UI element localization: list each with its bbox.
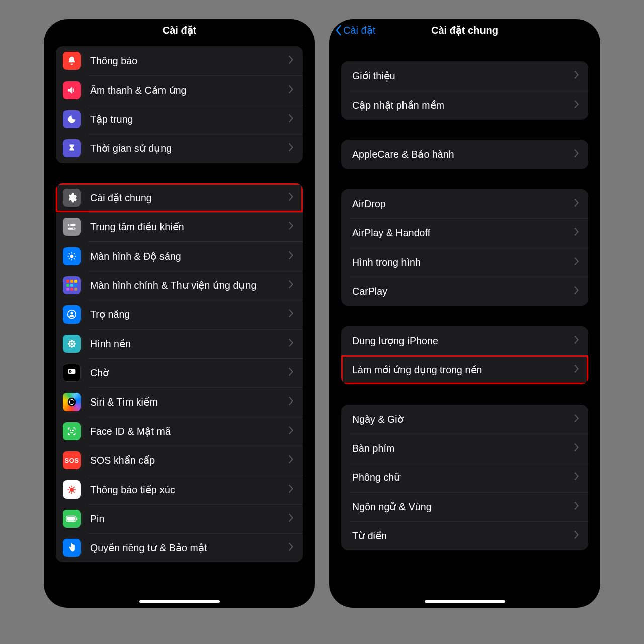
row-home[interactable]: Màn hình chính & Thư viện ứng dụng [56, 271, 303, 300]
row-language[interactable]: Ngôn ngữ & Vùng [341, 492, 588, 521]
clock-icon [63, 364, 81, 382]
svg-point-2 [69, 224, 70, 226]
chevron-right-icon [289, 193, 294, 203]
row-storage[interactable]: Dung lượng iPhone [341, 326, 588, 355]
row-label: SOS khẩn cấp [90, 455, 289, 466]
row-applecare[interactable]: AppleCare & Bảo hành [341, 140, 588, 169]
back-button[interactable]: Cài đặt [334, 24, 375, 36]
svg-point-20 [70, 430, 71, 431]
row-faceid[interactable]: Face ID & Mật mã [56, 417, 303, 446]
row-standby[interactable]: Chờ [56, 358, 303, 387]
home-indicator[interactable] [139, 600, 220, 603]
svg-point-21 [73, 430, 74, 431]
svg-point-14 [69, 345, 71, 347]
row-label: Làm mới ứng dụng trong nền [352, 364, 574, 376]
row-label: Trợ năng [90, 309, 289, 320]
row-carplay[interactable]: CarPlay [341, 277, 588, 306]
svg-point-22 [70, 488, 74, 492]
settings-group: Ngày & GiờBàn phímPhông chữNgôn ngữ & Vù… [341, 405, 588, 550]
row-sos[interactable]: SOSSOS khẩn cấp [56, 446, 303, 475]
row-label: Dung lượng iPhone [352, 335, 574, 347]
row-label: Ngày & Giờ [352, 414, 574, 425]
svg-point-12 [69, 341, 71, 343]
row-dictionary[interactable]: Từ điển [341, 521, 588, 550]
chevron-right-icon [289, 251, 294, 261]
svg-point-7 [71, 343, 73, 345]
settings-list[interactable]: Thông báoÂm thanh & Cảm ứngTập trungThời… [44, 40, 315, 608]
row-label: Từ điển [352, 530, 574, 542]
chevron-right-icon [289, 514, 294, 524]
chevron-right-icon [574, 71, 579, 81]
row-notifications[interactable]: Thông báo [56, 46, 303, 75]
chevron-right-icon [289, 485, 294, 495]
row-label: Pin [90, 513, 289, 525]
row-pip[interactable]: Hình trong hình [341, 248, 588, 277]
chevron-right-icon [574, 365, 579, 375]
settings-group: Cài đặt chungTrung tâm điều khiểnMàn hìn… [56, 183, 303, 562]
gear-icon [63, 189, 81, 207]
moon-icon [63, 110, 81, 128]
row-focus[interactable]: Tập trung [56, 105, 303, 134]
chevron-right-icon [574, 149, 579, 159]
flower-icon [63, 335, 81, 353]
row-privacy[interactable]: Quyền riêng tư & Bảo mật [56, 533, 303, 562]
row-label: CarPlay [352, 286, 574, 297]
chevron-right-icon [289, 397, 294, 407]
row-siri[interactable]: Siri & Tìm kiếm [56, 387, 303, 417]
row-control[interactable]: Trung tâm điều khiển [56, 212, 303, 242]
row-display[interactable]: Màn hình & Độ sáng [56, 242, 303, 271]
row-accessibility[interactable]: Trợ năng [56, 300, 303, 329]
chevron-right-icon [289, 455, 294, 465]
row-battery[interactable]: Pin [56, 504, 303, 533]
row-label: Thông báo [90, 55, 289, 67]
screenshot-pair: Cài đặt Thông báoÂm thanh & Cảm ứngTập t… [44, 19, 600, 608]
chevron-right-icon [574, 502, 579, 512]
bell-icon [63, 52, 81, 70]
row-fonts[interactable]: Phông chữ [341, 463, 588, 492]
row-bgrefresh[interactable]: Làm mới ứng dụng trong nền [341, 355, 588, 384]
row-label: AirPlay & Handoff [352, 227, 574, 239]
row-screentime[interactable]: Thời gian sử dụng [56, 134, 303, 163]
settings-group: Dung lượng iPhoneLàm mới ứng dụng trong … [341, 326, 588, 384]
row-label: Thời gian sử dụng [90, 143, 289, 154]
page-title: Cài đặt chung [431, 24, 498, 36]
chevron-left-icon [334, 24, 342, 36]
row-label: Giới thiệu [352, 70, 574, 82]
phone-settings: Cài đặt Thông báoÂm thanh & Cảm ứngTập t… [44, 19, 315, 608]
row-label: Phông chữ [352, 472, 574, 484]
row-exposure[interactable]: Thông báo tiếp xúc [56, 475, 303, 504]
row-keyboard[interactable]: Bàn phím [341, 434, 588, 463]
general-list[interactable]: Giới thiệuCập nhật phần mềmAppleCare & B… [329, 40, 600, 608]
svg-point-9 [71, 346, 73, 348]
chevron-right-icon [574, 414, 579, 424]
row-general[interactable]: Cài đặt chung [56, 183, 303, 212]
svg-rect-24 [67, 517, 75, 520]
row-label: Màn hình & Độ sáng [90, 251, 289, 262]
row-label: Hình trong hình [352, 257, 574, 268]
phone-general: Cài đặt Cài đặt chung Giới thiệuCập nhật… [329, 19, 600, 608]
chevron-right-icon [289, 222, 294, 232]
svg-point-15 [73, 345, 75, 347]
row-about[interactable]: Giới thiệu [341, 61, 588, 91]
row-airplay[interactable]: AirPlay & Handoff [341, 218, 588, 248]
row-update[interactable]: Cập nhật phần mềm [341, 91, 588, 120]
svg-point-18 [68, 398, 76, 407]
hourglass-icon [63, 139, 81, 157]
row-wallpaper[interactable]: Hình nền [56, 329, 303, 358]
chevron-right-icon [574, 228, 579, 238]
row-airdrop[interactable]: AirDrop [341, 189, 588, 218]
row-label: Màn hình chính & Thư viện ứng dụng [90, 280, 289, 291]
siri-icon [63, 393, 81, 411]
hand-icon [63, 539, 81, 557]
speaker-icon [63, 81, 81, 99]
home-indicator[interactable] [425, 600, 505, 603]
chevron-right-icon [574, 199, 579, 209]
svg-rect-25 [76, 517, 77, 520]
apps-icon [63, 276, 81, 294]
row-label: Trung tâm điều khiển [90, 221, 289, 233]
svg-point-6 [71, 312, 73, 314]
chevron-right-icon [289, 114, 294, 124]
row-datetime[interactable]: Ngày & Giờ [341, 405, 588, 434]
settings-group: AppleCare & Bảo hành [341, 140, 588, 169]
row-sounds[interactable]: Âm thanh & Cảm ứng [56, 75, 303, 105]
